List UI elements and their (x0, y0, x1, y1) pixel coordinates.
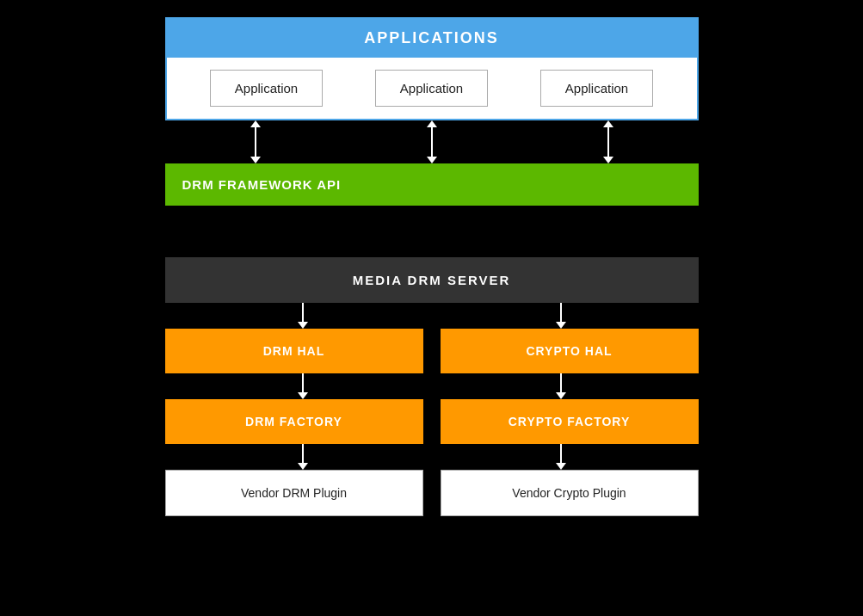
server-to-hal-svg (165, 303, 699, 329)
drm-framework-bar: DRM FRAMEWORK API (165, 163, 699, 206)
svg-marker-18 (298, 463, 308, 470)
vendor-row: Vendor DRM Plugin Vendor Crypto Plugin (165, 470, 699, 516)
vendor-drm-plugin-label: Vendor DRM Plugin (241, 486, 347, 500)
drm-framework-label: DRM FRAMEWORK API (182, 177, 342, 192)
media-drm-server-bar: MEDIA DRM SERVER (165, 257, 699, 303)
svg-marker-5 (427, 157, 437, 163)
svg-marker-8 (603, 157, 613, 163)
gap-1 (165, 206, 699, 257)
factory-row: DRM FACTORY CRYPTO FACTORY (165, 399, 699, 444)
svg-marker-4 (427, 120, 437, 127)
crypto-factory-box: CRYPTO FACTORY (441, 399, 699, 444)
vendor-crypto-plugin-label: Vendor Crypto Plugin (512, 486, 626, 500)
vendor-drm-plugin-box: Vendor DRM Plugin (165, 470, 423, 516)
svg-marker-1 (250, 120, 261, 127)
drm-factory-box: DRM FACTORY (165, 399, 423, 444)
svg-marker-16 (556, 392, 566, 399)
hal-to-factory-svg (165, 373, 699, 399)
svg-marker-10 (298, 322, 308, 329)
factory-to-vendor-connector (165, 444, 699, 470)
connector-arrows-svg (165, 120, 699, 163)
app-label-2: Application (400, 81, 463, 95)
svg-marker-20 (556, 463, 566, 470)
svg-marker-12 (556, 322, 566, 329)
app-label-3: Application (565, 81, 628, 95)
app-box-3: Application (540, 70, 653, 107)
crypto-hal-box: CRYPTO HAL (441, 329, 699, 373)
drm-hal-label: DRM HAL (263, 344, 325, 358)
media-drm-server-label: MEDIA DRM SERVER (353, 273, 511, 287)
applications-title: APPLICATIONS (364, 29, 499, 46)
svg-marker-14 (298, 392, 308, 399)
svg-marker-2 (250, 157, 261, 163)
apps-to-drm-connector (165, 120, 699, 163)
app-label-1: Application (235, 81, 298, 95)
drm-factory-label: DRM FACTORY (245, 415, 342, 428)
hal-row: DRM HAL CRYPTO HAL (165, 329, 699, 373)
svg-marker-7 (603, 120, 613, 127)
crypto-hal-label: CRYPTO HAL (526, 344, 612, 358)
server-to-hal-connector (165, 303, 699, 329)
crypto-factory-label: CRYPTO FACTORY (509, 415, 631, 428)
diagram-container: APPLICATIONS Application Application App… (165, 17, 699, 516)
factory-to-vendor-svg (165, 444, 699, 470)
applications-header: APPLICATIONS (167, 19, 697, 58)
drm-hal-box: DRM HAL (165, 329, 423, 373)
app-box-1: Application (210, 70, 323, 107)
applications-inner: Application Application Application (167, 58, 697, 119)
app-box-2: Application (375, 70, 488, 107)
applications-block: APPLICATIONS Application Application App… (165, 17, 699, 120)
vendor-crypto-plugin-box: Vendor Crypto Plugin (441, 470, 699, 516)
hal-to-factory-connector (165, 373, 699, 399)
